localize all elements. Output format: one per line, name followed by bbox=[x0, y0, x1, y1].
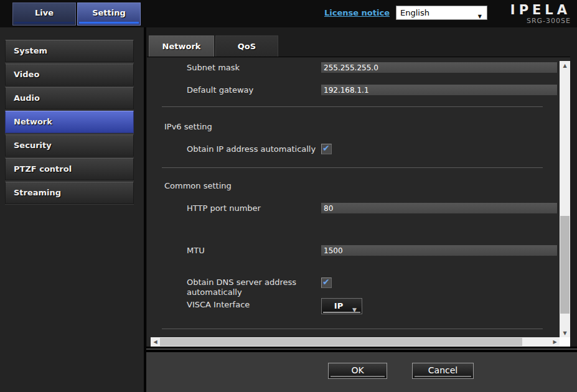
obtain-dns-checkbox[interactable] bbox=[321, 278, 332, 288]
sidebar-item-system[interactable]: System bbox=[5, 40, 134, 62]
bottom-separator bbox=[146, 347, 577, 352]
section-separator bbox=[162, 329, 543, 329]
live-button-label: Live bbox=[35, 8, 54, 17]
scrollbar-corner bbox=[560, 337, 570, 347]
ipela-logo: IPELA bbox=[510, 3, 571, 17]
visca-interface-select[interactable]: IP ▼ bbox=[321, 298, 362, 314]
cancel-button[interactable]: Cancel bbox=[412, 363, 474, 379]
top-bar: Live Setting License notice English ▼ IP… bbox=[0, 0, 577, 27]
chevron-down-icon: ▼ bbox=[478, 10, 482, 23]
sidebar-item-security[interactable]: Security bbox=[5, 134, 134, 157]
tab-qos[interactable]: QoS bbox=[215, 35, 278, 57]
sidebar-item-ptzf-control[interactable]: PTZF control bbox=[5, 158, 134, 180]
button-underline bbox=[415, 376, 471, 377]
cancel-button-label: Cancel bbox=[428, 365, 457, 375]
sidebar-item-network[interactable]: Network bbox=[5, 111, 134, 133]
scroll-down-icon[interactable]: ▼ bbox=[560, 329, 570, 338]
horizontal-scrollbar-thumb[interactable] bbox=[160, 338, 522, 346]
ok-button[interactable]: OK bbox=[328, 363, 387, 379]
tab-network[interactable]: Network bbox=[149, 35, 214, 57]
obtain-dns-label: Obtain DNS server address automatically bbox=[187, 278, 321, 297]
button-underline bbox=[331, 376, 385, 377]
mtu-label: MTU bbox=[187, 246, 321, 256]
sidebar-item-streaming[interactable]: Streaming bbox=[5, 182, 134, 204]
default-gateway-label: Default gateway bbox=[187, 85, 321, 95]
http-port-label: HTTP port number bbox=[187, 203, 321, 213]
subnet-mask-label: Subnet mask bbox=[187, 63, 321, 73]
live-button[interactable]: Live bbox=[12, 2, 76, 26]
select-underline bbox=[323, 312, 360, 313]
setting-button-label: Setting bbox=[92, 8, 126, 17]
live-underline bbox=[14, 22, 74, 24]
language-select-value: English bbox=[400, 8, 429, 17]
vertical-scrollbar-thumb[interactable] bbox=[560, 216, 570, 314]
chevron-down-icon: ▼ bbox=[352, 303, 357, 317]
camera-settings-window: Live Setting License notice English ▼ IP… bbox=[0, 0, 577, 392]
setting-underline bbox=[79, 22, 139, 24]
ok-button-label: OK bbox=[351, 365, 364, 375]
model-label: SRG-300SE bbox=[510, 17, 571, 25]
sidebar-item-audio[interactable]: Audio bbox=[5, 87, 134, 110]
common-section-label: Common setting bbox=[164, 181, 232, 190]
mtu-input[interactable] bbox=[321, 245, 557, 256]
setting-button[interactable]: Setting bbox=[77, 2, 141, 26]
obtain-ip-checkbox[interactable] bbox=[321, 144, 332, 154]
section-separator bbox=[162, 106, 543, 107]
scroll-up-icon[interactable]: ▲ bbox=[560, 61, 570, 70]
default-gateway-input[interactable] bbox=[321, 85, 557, 95]
license-notice-link[interactable]: License notice bbox=[324, 8, 390, 17]
obtain-ip-label: Obtain IP address automatically bbox=[187, 144, 321, 154]
scroll-right-icon[interactable]: ▶ bbox=[550, 337, 560, 347]
subnet-mask-input[interactable] bbox=[321, 62, 557, 73]
language-select[interactable]: English ▼ bbox=[396, 6, 487, 20]
section-separator bbox=[162, 167, 543, 168]
network-settings-panel: Subnet mask Default gateway IPv6 setting… bbox=[147, 57, 570, 347]
vertical-scrollbar[interactable]: ▲ ▼ bbox=[560, 61, 570, 338]
ipv6-section-label: IPv6 setting bbox=[164, 122, 212, 131]
sidebar-item-video[interactable]: Video bbox=[5, 63, 134, 86]
visca-interface-label: VISCA Interface bbox=[187, 300, 321, 310]
http-port-input[interactable] bbox=[321, 203, 557, 213]
brand-block: IPELA SRG-300SE bbox=[510, 3, 571, 25]
visca-interface-value: IP bbox=[334, 301, 343, 310]
horizontal-scrollbar[interactable]: ◀ ▶ bbox=[151, 337, 560, 347]
scroll-left-icon[interactable]: ◀ bbox=[151, 337, 160, 347]
sidebar: System Video Audio Network Security PTZF… bbox=[0, 27, 144, 392]
